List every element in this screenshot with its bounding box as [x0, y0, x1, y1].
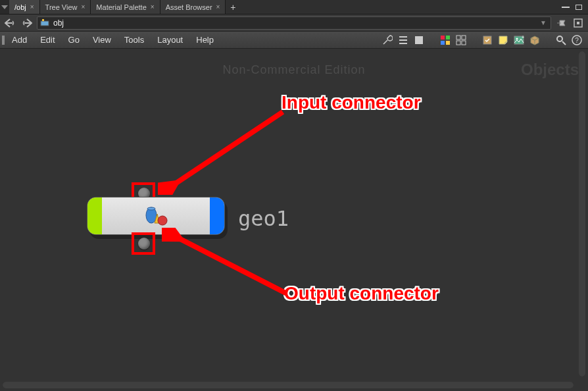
wrench-icon[interactable]: [381, 34, 393, 46]
sticky-note-icon[interactable]: [497, 34, 509, 46]
node-icon: [102, 197, 210, 234]
menu-tools[interactable]: Tools: [118, 35, 151, 45]
search-icon[interactable]: [555, 34, 567, 46]
drag-handle-icon[interactable]: [0, 32, 5, 48]
close-icon[interactable]: ×: [30, 3, 34, 11]
svg-rect-1: [42, 19, 44, 21]
vertical-scrollbar[interactable]: [579, 51, 585, 377]
svg-point-23: [158, 216, 167, 225]
node-body[interactable]: [87, 197, 225, 235]
toolbar-right: + ?: [381, 34, 588, 46]
tab-strip: /obj × Tree View × Material Palette × As…: [0, 0, 588, 14]
network-icon: [40, 18, 49, 28]
node-geo1[interactable]: geo1: [87, 197, 225, 235]
menu-view[interactable]: View: [86, 35, 118, 45]
horizontal-scrollbar[interactable]: [3, 382, 574, 388]
image-icon[interactable]: +: [513, 34, 525, 46]
svg-point-17: [557, 36, 562, 41]
svg-rect-7: [441, 41, 445, 45]
node-select-flag[interactable]: [210, 197, 224, 234]
scrollbar-thumb[interactable]: [3, 382, 574, 388]
svg-rect-11: [456, 41, 460, 45]
palette-icon[interactable]: [439, 34, 451, 46]
menu-add[interactable]: Add: [5, 35, 34, 45]
node-display-flag[interactable]: [87, 197, 102, 234]
svg-line-25: [176, 237, 287, 294]
list-icon[interactable]: [397, 34, 409, 46]
annotation-arrow-input: [158, 109, 289, 195]
annotation-label-input: Input connector: [282, 92, 421, 113]
node-output-connector[interactable]: [138, 238, 150, 249]
nav-back-button[interactable]: [3, 16, 17, 30]
tab-label: Asset Browser: [166, 3, 212, 11]
app-root: /obj × Tree View × Material Palette × As…: [0, 0, 588, 391]
chevron-down-icon[interactable]: ▼: [539, 19, 548, 26]
close-icon[interactable]: ×: [151, 3, 155, 11]
svg-text:+: +: [522, 35, 524, 39]
annotation-arrow-output: [162, 228, 293, 300]
svg-rect-9: [456, 36, 460, 39]
tab-material-palette[interactable]: Material Palette ×: [91, 0, 160, 14]
svg-rect-3: [577, 22, 579, 24]
tab-label: /obj: [14, 3, 26, 11]
menu-layout[interactable]: Layout: [151, 35, 189, 45]
network-canvas[interactable]: Non-Commercial Edition Objects: [0, 49, 588, 391]
svg-rect-4: [415, 36, 423, 44]
tab-asset-browser[interactable]: Asset Browser ×: [160, 0, 226, 14]
close-icon[interactable]: ×: [216, 3, 220, 11]
box-icon[interactable]: [529, 34, 541, 46]
svg-text:?: ?: [575, 37, 579, 44]
svg-rect-5: [441, 36, 445, 39]
maximize-pane-button[interactable]: [574, 3, 584, 11]
close-icon[interactable]: ×: [82, 3, 86, 11]
task-icon[interactable]: [481, 34, 493, 46]
tab-obj[interactable]: /obj ×: [9, 0, 40, 14]
context-watermark: Objects: [521, 61, 579, 79]
menu-bar: Add Edit Go View Tools Layout Help + ?: [0, 32, 588, 49]
svg-line-24: [172, 112, 283, 186]
pane-menu-button[interactable]: [0, 0, 9, 14]
panel-icon[interactable]: [413, 34, 425, 46]
svg-rect-8: [446, 41, 450, 45]
capture-button[interactable]: [571, 16, 585, 30]
path-text: obj: [53, 18, 535, 28]
add-tab-button[interactable]: +: [226, 0, 240, 14]
path-bar: obj ▼: [0, 14, 588, 32]
menu-edit[interactable]: Edit: [34, 35, 61, 45]
pin-button[interactable]: [554, 16, 568, 30]
scrollbar-thumb[interactable]: [579, 51, 585, 377]
menu-go[interactable]: Go: [62, 35, 86, 45]
svg-rect-12: [462, 41, 466, 45]
menu-help[interactable]: Help: [189, 35, 220, 45]
path-field[interactable]: obj ▼: [37, 16, 551, 30]
tab-label: Tree View: [45, 3, 78, 11]
annotation-label-output: Output connector: [284, 283, 439, 304]
svg-point-15: [516, 38, 518, 39]
svg-point-21: [147, 207, 155, 210]
tab-treeview[interactable]: Tree View ×: [40, 0, 91, 14]
svg-rect-6: [446, 36, 450, 39]
tab-label: Material Palette: [96, 3, 146, 11]
grid-icon[interactable]: [455, 34, 467, 46]
edition-watermark: Non-Commercial Edition: [222, 63, 365, 77]
help-icon[interactable]: ?: [571, 34, 583, 46]
svg-rect-0: [41, 21, 49, 26]
svg-rect-10: [462, 36, 466, 39]
minimize-pane-button[interactable]: [560, 3, 571, 11]
node-label[interactable]: geo1: [238, 206, 289, 231]
nav-forward-button[interactable]: [20, 16, 34, 30]
